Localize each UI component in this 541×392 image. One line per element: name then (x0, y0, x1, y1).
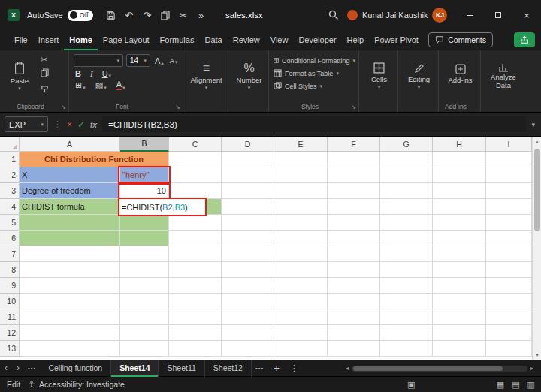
cell-A9[interactable] (20, 278, 120, 294)
column-header-H[interactable]: H (433, 137, 486, 152)
column-header-I[interactable]: I (486, 137, 532, 152)
font-size-combo[interactable]: 14▾ (126, 54, 150, 67)
cell-F11[interactable] (328, 309, 380, 325)
display-settings-icon[interactable]: ▣ (407, 380, 415, 390)
sheet-tab-sheet12[interactable]: Sheet12 (205, 360, 252, 377)
cell-H9[interactable] (433, 278, 486, 294)
cell-H5[interactable] (433, 215, 486, 231)
cell-E4[interactable] (274, 199, 328, 215)
format-as-table-button[interactable]: Format as Table ▾ (274, 67, 355, 80)
cell-H6[interactable] (433, 231, 486, 246)
column-header-G[interactable]: G (380, 137, 433, 152)
cell-D9[interactable] (222, 278, 274, 294)
editing-button[interactable]: Editing ▾ (403, 54, 435, 98)
cell-E2[interactable] (274, 167, 328, 183)
cell-A7[interactable] (20, 246, 120, 262)
cell-F1[interactable] (328, 152, 380, 167)
italic-button[interactable]: I (89, 69, 95, 78)
cell-H2[interactable] (433, 167, 486, 183)
cell-I8[interactable] (486, 262, 532, 278)
cell-C5[interactable] (169, 215, 222, 231)
cell-I3[interactable] (486, 183, 532, 199)
row-header-2[interactable]: 2 (0, 167, 20, 183)
cell-A2[interactable]: X (20, 167, 120, 183)
cell-A11[interactable] (20, 309, 120, 325)
sheet-tab-sheet14[interactable]: Sheet14 (111, 360, 159, 377)
row-header-13[interactable]: 13 (0, 341, 20, 357)
comments-button[interactable]: Comments (428, 32, 493, 47)
cell-D3[interactable] (222, 183, 274, 199)
column-header-E[interactable]: E (274, 137, 328, 152)
row-header-11[interactable]: 11 (0, 309, 20, 325)
cell-I4[interactable] (486, 199, 532, 215)
cell-G10[interactable] (380, 294, 433, 309)
tab-developer[interactable]: Developer (293, 30, 341, 50)
cell-D5[interactable] (222, 215, 274, 231)
page-layout-view-icon[interactable]: ▤ (512, 380, 519, 390)
cell-A10[interactable] (20, 294, 120, 309)
close-button[interactable]: × (512, 0, 541, 30)
cell-C2[interactable] (169, 167, 222, 183)
cell-styles-button[interactable]: Cell Styles ▾ (274, 80, 355, 92)
row-header-9[interactable]: 9 (0, 278, 20, 294)
cell-C11[interactable] (169, 309, 222, 325)
row-header-5[interactable]: 5 (0, 215, 20, 231)
search-icon[interactable] (325, 6, 343, 24)
cell-G13[interactable] (380, 341, 433, 357)
cell-G2[interactable] (380, 167, 433, 183)
column-header-A[interactable]: A (20, 137, 120, 152)
styles-dialog-launcher-icon[interactable]: ↘ (351, 104, 356, 110)
cell-E13[interactable] (274, 341, 328, 357)
share-button[interactable] (514, 32, 535, 47)
cell-B9[interactable] (120, 278, 169, 294)
cell-B12[interactable] (120, 325, 169, 341)
cell-H3[interactable] (433, 183, 486, 199)
cell-I9[interactable] (486, 278, 532, 294)
cell-F5[interactable] (328, 215, 380, 231)
cell-I13[interactable] (486, 341, 532, 357)
alignment-button[interactable]: ≡ Alignment ▾ (188, 54, 225, 98)
cell-E5[interactable] (274, 215, 328, 231)
cell-D4[interactable] (222, 199, 274, 215)
cancel-entry-icon[interactable]: × (67, 119, 72, 130)
cell-A3[interactable]: Degree of freedom (20, 183, 120, 199)
tab-power-pivot[interactable]: Power Pivot (369, 30, 424, 50)
cell-B11[interactable] (120, 309, 169, 325)
redo-icon[interactable]: ↷ (138, 6, 156, 24)
scroll-right-icon[interactable]: ▸ (530, 365, 533, 372)
cell-F9[interactable] (328, 278, 380, 294)
sheet-tab-ceiling-function[interactable]: Ceiling function (40, 360, 111, 377)
cell-I7[interactable] (486, 246, 532, 262)
cell-H11[interactable] (433, 309, 486, 325)
cell-F8[interactable] (328, 262, 380, 278)
cell-G12[interactable] (380, 325, 433, 341)
row-header-1[interactable]: 1 (0, 152, 20, 167)
cell-H1[interactable] (433, 152, 486, 167)
cell-B13[interactable] (120, 341, 169, 357)
cell-C10[interactable] (169, 294, 222, 309)
cell-F6[interactable] (328, 231, 380, 246)
cell-B6[interactable] (120, 231, 169, 246)
cells-button[interactable]: Cells ▾ (364, 54, 394, 98)
cell-D10[interactable] (222, 294, 274, 309)
row-header-6[interactable]: 6 (0, 231, 20, 246)
tab-page-layout[interactable]: Page Layout (98, 30, 155, 50)
conditional-formatting-button[interactable]: Conditional Formatting ▾ (274, 54, 355, 67)
cell-I11[interactable] (486, 309, 532, 325)
cell-G1[interactable] (380, 152, 433, 167)
cell-A6[interactable] (20, 231, 120, 246)
cell-I5[interactable] (486, 215, 532, 231)
expand-formula-bar-icon[interactable]: ▾ (531, 121, 536, 128)
row-header-3[interactable]: 3 (0, 183, 20, 199)
cell-A8[interactable] (20, 262, 120, 278)
accessibility-checker[interactable]: Accessibility: Investigate (28, 380, 125, 389)
shrink-font-button[interactable]: A▾ (168, 57, 180, 65)
excel-app-icon[interactable]: X (8, 9, 20, 21)
cell-C13[interactable] (169, 341, 222, 357)
confirm-entry-icon[interactable]: ✓ (77, 119, 85, 130)
cut-icon[interactable]: ✂ (174, 6, 192, 24)
cell-E12[interactable] (274, 325, 328, 341)
cell-I2[interactable] (486, 167, 532, 183)
column-header-C[interactable]: C (169, 137, 222, 152)
cell-I12[interactable] (486, 325, 532, 341)
